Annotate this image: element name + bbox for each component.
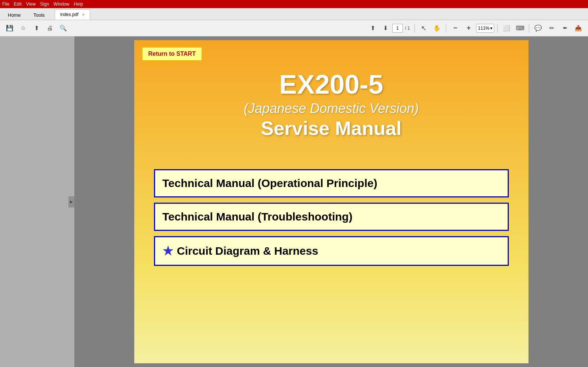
star-icon: ★ — [163, 244, 173, 258]
stamp-button[interactable]: ✒ — [559, 22, 571, 34]
return-to-start-button[interactable]: Return to START — [142, 47, 203, 61]
page-separator: / 1 — [404, 26, 411, 31]
tab-close-button[interactable]: × — [82, 12, 84, 17]
cursor-tool-button[interactable]: ↖ — [418, 22, 430, 34]
menu-edit[interactable]: Edit — [14, 1, 22, 7]
link-operational-principle[interactable]: Technical Manual (Operational Principle) — [154, 169, 509, 197]
save-button[interactable]: 💾 — [4, 22, 16, 34]
pdf-area: Return to START EX200-5 (Japanese Domest… — [74, 36, 588, 367]
hand-tool-button[interactable]: ✋ — [431, 22, 443, 34]
menu-help[interactable]: Help — [74, 1, 83, 7]
subtitle: (Japanese Domestic Version) — [244, 101, 419, 116]
tab-file[interactable]: index.pdf × — [55, 9, 90, 20]
menu-view[interactable]: View — [26, 1, 36, 7]
tab-home[interactable]: Home — [1, 10, 27, 20]
pdf-page: Return to START EX200-5 (Japanese Domest… — [134, 40, 528, 363]
link-op-label: Technical Manual (Operational Principle) — [163, 177, 377, 190]
prev-page-button[interactable]: ⬆ — [367, 22, 379, 34]
menu-sign[interactable]: Sign — [40, 1, 49, 7]
select-area-button[interactable]: ⬜ — [501, 22, 513, 34]
zoom-level-value: 111% — [478, 26, 489, 31]
panel-toggle-button[interactable]: ▶ — [68, 196, 74, 207]
left-panel: ▶ — [0, 36, 74, 367]
link-ts-label: Technical Manual (Troubleshooting) — [163, 210, 353, 223]
share-button[interactable]: ⬆ — [30, 22, 42, 34]
comment-button[interactable]: 💬 — [532, 22, 544, 34]
touchup-button[interactable]: ⌨ — [514, 22, 526, 34]
pen-button[interactable]: ✏ — [546, 22, 558, 34]
page-nav: ⬆ ⬇ 1 / 1 — [367, 22, 411, 34]
separator-1 — [414, 24, 415, 33]
manual-type: Servise Manual — [244, 117, 419, 139]
zoom-in-button[interactable]: + — [463, 22, 475, 34]
menu-window[interactable]: Window — [54, 1, 70, 7]
link-troubleshooting[interactable]: Technical Manual (Troubleshooting) — [154, 203, 509, 231]
search-button[interactable]: 🔍 — [57, 22, 69, 34]
toolbar: 💾 ☆ ⬆ 🖨 🔍 ⬆ ⬇ 1 / 1 ↖ ✋ − + 111% ▾ ⬜ ⌨ 💬… — [0, 20, 588, 36]
next-page-button[interactable]: ⬇ — [380, 22, 392, 34]
separator-4 — [529, 24, 529, 33]
print-button[interactable]: 🖨 — [44, 22, 56, 34]
title-bar: File Edit View Sign Window Help — [0, 0, 588, 8]
separator-2 — [446, 24, 446, 33]
zoom-out-button[interactable]: − — [449, 22, 461, 34]
link-circuit-diagram[interactable]: ★ Circuit Diagram & Harness — [154, 236, 509, 266]
page-number-input[interactable]: 1 — [392, 24, 403, 33]
tab-file-label: index.pdf — [60, 12, 78, 17]
model-title: EX200-5 — [244, 70, 419, 99]
tab-bar: Home Tools index.pdf × — [0, 8, 588, 20]
zoom-dropdown-icon: ▾ — [490, 26, 492, 31]
title-section: EX200-5 (Japanese Domestic Version) Serv… — [236, 62, 426, 147]
separator-3 — [497, 24, 498, 33]
zoom-level-selector[interactable]: 111% ▾ — [476, 24, 494, 33]
main-area: ▶ Return to START EX200-5 (Japanese Dome… — [0, 36, 588, 367]
send-button[interactable]: 📤 — [572, 22, 584, 34]
bookmark-button[interactable]: ☆ — [17, 22, 29, 34]
menu-file[interactable]: File — [2, 1, 9, 7]
links-section: Technical Manual (Operational Principle)… — [154, 169, 509, 266]
link-cd-label: Circuit Diagram & Harness — [177, 245, 318, 257]
tab-tools[interactable]: Tools — [27, 10, 51, 20]
